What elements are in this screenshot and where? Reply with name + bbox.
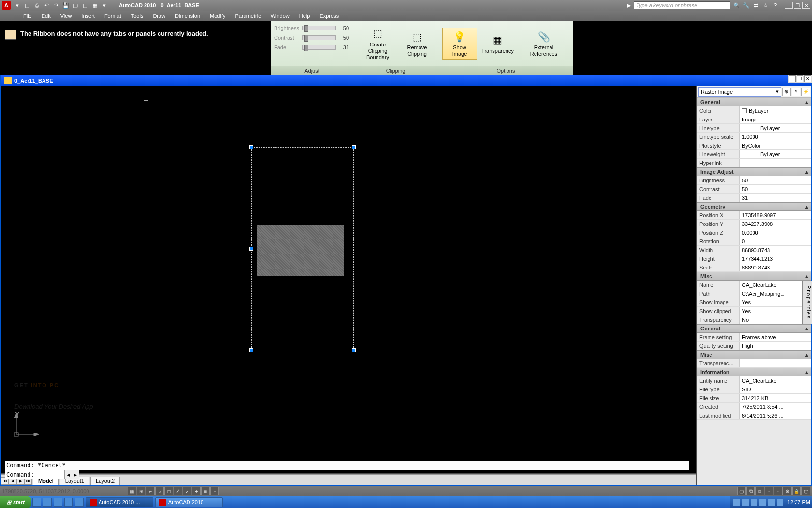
menu-tools[interactable]: Tools bbox=[126, 12, 148, 20]
transparency-button[interactable]: ▦Transparency bbox=[479, 31, 516, 57]
qat-new-icon[interactable]: ▢ bbox=[23, 1, 31, 10]
doc-minimize-button[interactable]: – bbox=[789, 75, 796, 82]
quicklaunch-icon[interactable] bbox=[43, 498, 52, 507]
tray-icon[interactable] bbox=[733, 499, 740, 506]
grip-tl[interactable] bbox=[249, 145, 253, 149]
property-row[interactable]: Created7/25/2011 8:54 ... bbox=[697, 403, 811, 411]
menu-express[interactable]: Express bbox=[315, 12, 344, 20]
property-value[interactable]: 0 bbox=[740, 237, 811, 245]
grip-br[interactable] bbox=[352, 348, 356, 352]
drawing-titlebar[interactable]: 0_Aer11_BASE bbox=[1, 75, 811, 86]
property-value[interactable]: Yes bbox=[740, 307, 811, 315]
grip-bl[interactable] bbox=[249, 348, 253, 352]
menu-draw[interactable]: Draw bbox=[148, 12, 170, 20]
grid-toggle[interactable]: ⊞ bbox=[137, 487, 145, 495]
property-value[interactable]: CA_ClearLake bbox=[740, 281, 811, 289]
taskbar-item-autocad[interactable]: AutoCAD 2010 ... bbox=[86, 497, 153, 507]
clock[interactable]: 12:37 PM bbox=[787, 499, 810, 505]
property-value[interactable]: Image bbox=[740, 115, 811, 123]
property-value[interactable]: High bbox=[740, 342, 811, 350]
property-row[interactable]: TransparencyNo bbox=[697, 315, 811, 324]
property-row[interactable]: Entity nameCA_ClearLake bbox=[697, 376, 811, 385]
property-group-header[interactable]: Geometry▴ bbox=[697, 202, 811, 211]
property-row[interactable]: Position Z0.0000 bbox=[697, 228, 811, 237]
properties-side-tab[interactable]: Properties bbox=[802, 281, 812, 324]
properties-list[interactable]: General▴ColorByLayerLayerImageLinetypeBy… bbox=[697, 98, 811, 485]
create-clipping-boundary-button[interactable]: ⬚Create Clipping Boundary bbox=[357, 25, 398, 63]
property-row[interactable]: LineweightByLayer bbox=[697, 150, 811, 159]
quickview-layouts[interactable]: ⧉ bbox=[746, 487, 755, 495]
property-row[interactable]: Contrast50 bbox=[697, 185, 811, 194]
menu-view[interactable]: View bbox=[56, 12, 77, 20]
contrast-slider[interactable] bbox=[302, 35, 336, 40]
qat-icon[interactable]: ▢ bbox=[71, 1, 80, 10]
grip-tr[interactable] bbox=[352, 145, 356, 149]
property-row[interactable]: Position Y334297.3908 bbox=[697, 220, 811, 228]
clean-screen[interactable]: ▢ bbox=[801, 487, 810, 495]
search-play-icon[interactable]: ▶ bbox=[624, 1, 633, 10]
property-value[interactable]: C:\Aer_Mapping... bbox=[740, 289, 811, 298]
show-image-button[interactable]: 💡Show Image bbox=[442, 28, 477, 60]
property-value[interactable]: ByLayer bbox=[740, 150, 811, 158]
fade-slider[interactable] bbox=[302, 45, 336, 50]
model-toggle[interactable]: ▢ bbox=[737, 487, 746, 495]
property-row[interactable]: NameCA_ClearLake bbox=[697, 281, 811, 289]
qat-redo-icon[interactable]: ↷ bbox=[52, 1, 60, 10]
select-objects-button[interactable]: ↖ bbox=[792, 88, 800, 96]
tray-icon[interactable] bbox=[742, 499, 749, 506]
app-icon[interactable]: A bbox=[2, 1, 11, 10]
menu-window[interactable]: Window bbox=[266, 12, 294, 20]
dyn-toggle[interactable]: + bbox=[192, 487, 201, 495]
property-row[interactable]: Frame settingFrames above bbox=[697, 333, 811, 342]
property-row[interactable]: Position X1735489.9097 bbox=[697, 211, 811, 220]
otrack-toggle[interactable]: ∠ bbox=[174, 487, 182, 495]
qat-save-icon[interactable]: ↶ bbox=[42, 1, 51, 10]
property-row[interactable]: Linetype scale1.0000 bbox=[697, 133, 811, 141]
property-row[interactable]: Transparenc... bbox=[697, 359, 811, 368]
toolbar-lock[interactable]: 🔒 bbox=[792, 487, 801, 495]
menu-insert[interactable]: Insert bbox=[76, 12, 100, 20]
property-value[interactable]: ByLayer bbox=[740, 106, 811, 115]
property-row[interactable]: Rotation0 bbox=[697, 237, 811, 246]
property-value[interactable]: ByLayer bbox=[740, 124, 811, 132]
star-icon[interactable]: ☆ bbox=[761, 1, 770, 10]
property-value[interactable]: 31 bbox=[740, 194, 811, 202]
property-value[interactable]: 86890.8743 bbox=[740, 263, 811, 271]
quickview-drawings[interactable]: ⧈ bbox=[755, 487, 764, 495]
property-row[interactable]: Hyperlink bbox=[697, 159, 811, 167]
raster-image[interactable] bbox=[257, 225, 344, 276]
start-button[interactable]: ⊞start bbox=[0, 496, 31, 508]
property-row[interactable]: PathC:\Aer_Mapping... bbox=[697, 289, 811, 298]
qat-open-icon[interactable]: ⎙ bbox=[32, 1, 41, 10]
quicklaunch-icon[interactable] bbox=[75, 498, 84, 507]
quicklaunch-icon[interactable] bbox=[64, 498, 73, 507]
restore-button[interactable]: ❐ bbox=[794, 2, 801, 9]
property-group-header[interactable]: Misc▴ bbox=[697, 272, 811, 281]
doc-close-button[interactable]: ✕ bbox=[804, 75, 811, 82]
property-row[interactable]: Last modified6/14/2011 5:26 ... bbox=[697, 411, 811, 420]
property-row[interactable]: File size314212 KB bbox=[697, 394, 811, 403]
property-row[interactable]: LayerImage bbox=[697, 115, 811, 124]
polar-toggle[interactable]: ○ bbox=[155, 487, 164, 495]
qp-toggle[interactable]: ▫ bbox=[210, 487, 219, 495]
menu-file[interactable]: File bbox=[18, 12, 37, 20]
property-group-header[interactable]: Information▴ bbox=[697, 368, 811, 376]
qat-dropdown-icon[interactable]: ▾ bbox=[100, 1, 109, 10]
property-row[interactable]: Show imageYes bbox=[697, 298, 811, 307]
property-value[interactable]: 177344.1213 bbox=[740, 254, 811, 263]
menu-help[interactable]: Help bbox=[294, 12, 315, 20]
menu-dimension[interactable]: Dimension bbox=[170, 12, 205, 20]
canvas[interactable]: GET INTO PC Download Your Desired App Y bbox=[1, 86, 696, 473]
property-value[interactable]: 1735489.9097 bbox=[740, 211, 811, 219]
key-icon[interactable]: 🔧 bbox=[742, 1, 751, 10]
property-row[interactable]: LinetypeByLayer bbox=[697, 124, 811, 133]
cmd-scroll-right[interactable]: ▶ bbox=[72, 470, 79, 479]
taskbar-item-autocad2[interactable]: AutoCAD 2010 bbox=[155, 497, 223, 507]
osnap-toggle[interactable]: □ bbox=[164, 487, 173, 495]
toggle-pickadd-button[interactable]: ⊕ bbox=[782, 88, 791, 96]
doc-restore-button[interactable]: ❐ bbox=[797, 75, 803, 82]
object-type-select[interactable]: Raster Image▾ bbox=[698, 87, 781, 97]
property-group-header[interactable]: General▴ bbox=[697, 98, 811, 106]
property-value[interactable]: 86890.8743 bbox=[740, 246, 811, 254]
property-value[interactable]: ByColor bbox=[740, 141, 811, 149]
